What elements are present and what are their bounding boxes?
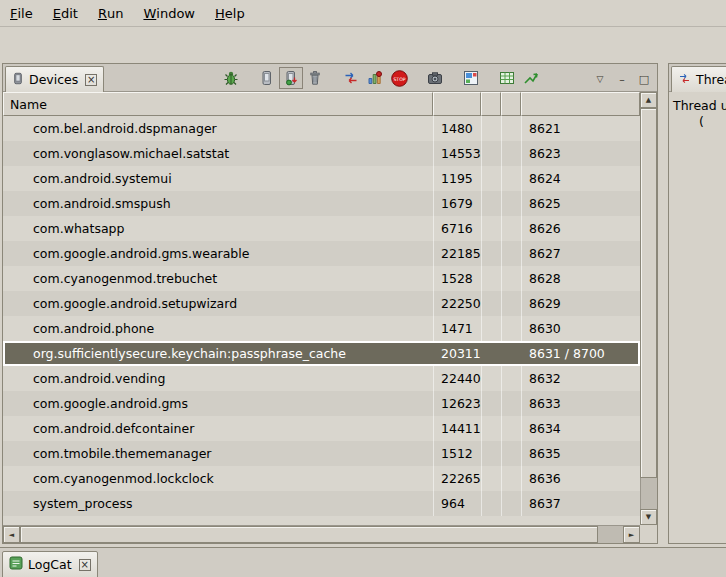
process-row[interactable]: com.android.smspush 1679 8625 [3,191,640,216]
spacer-cell [501,241,521,266]
spacer-cell [481,366,501,391]
tab-logcat-label: LogCat [28,557,72,572]
cause-gc-icon[interactable] [303,67,327,89]
process-row[interactable]: com.bel.android.dspmanager 1480 8621 [3,116,640,141]
process-name-cell: org.sufficientlysecure.keychain:passphra… [3,341,433,366]
spacer-cell [501,316,521,341]
vertical-scrollbar[interactable]: ▲ ▼ [640,92,657,525]
port-cell: 8627 [521,241,640,266]
close-icon[interactable]: × [85,74,97,86]
pid-cell: 1512 [433,441,481,466]
pid-cell: 1480 [433,116,481,141]
pid-cell: 1679 [433,191,481,216]
port-cell: 8623 [521,141,640,166]
process-table: Name com.bel.android.dspmanager 1480 [3,92,657,543]
port-cell: 8633 [521,391,640,416]
capture-systrace-icon[interactable] [495,67,519,89]
minimize-icon[interactable]: – [611,68,633,90]
port-cell: 8632 [521,366,640,391]
process-row[interactable]: org.sufficientlysecure.keychain:passphra… [3,341,640,366]
update-threads-icon[interactable] [339,67,363,89]
spacer-cell [501,466,521,491]
scroll-right-icon[interactable]: ► [623,526,640,543]
process-row[interactable]: com.cyanogenmod.trebuchet 1528 8628 [3,266,640,291]
process-row[interactable]: com.android.phone 1471 8630 [3,316,640,341]
horizontal-scrollbar-thumb[interactable] [20,526,598,543]
process-row[interactable]: com.android.vending 22440 8632 [3,366,640,391]
start-opengl-trace-icon[interactable] [519,67,543,89]
pid-cell: 20311 [433,341,481,366]
process-row[interactable]: com.whatsapp 6716 8626 [3,216,640,241]
dump-view-hierarchy-icon[interactable] [459,67,483,89]
horizontal-scrollbar[interactable]: ◄ ► [3,525,640,543]
process-row[interactable]: com.cyanogenmod.lockclock 22265 8636 [3,466,640,491]
column-header-port[interactable] [521,92,640,116]
dump-hprof-icon[interactable] [279,67,303,89]
start-method-profiling-icon[interactable] [363,67,387,89]
scroll-up-icon[interactable]: ▲ [640,92,657,108]
process-name-cell: com.android.vending [3,366,433,391]
process-row[interactable]: com.tmobile.thememanager 1512 8635 [3,441,640,466]
column-header-name[interactable]: Name [3,92,433,116]
pid-cell: 22440 [433,366,481,391]
menu-item[interactable]: Help [205,0,255,26]
spacer-cell [481,191,501,216]
debug-process-icon[interactable] [219,67,243,89]
spacer-cell [481,266,501,291]
maximize-icon[interactable]: □ [633,68,655,90]
tab-threads[interactable]: Threa [671,66,726,92]
process-name-cell: com.tmobile.thememanager [3,441,433,466]
column-header-spacer1[interactable] [481,92,501,116]
scroll-left-icon[interactable]: ◄ [3,526,20,543]
tab-devices-label: Devices [29,72,78,87]
pid-cell: 6716 [433,216,481,241]
menu-item-mnemonic: E [53,6,61,21]
port-cell: 8629 [521,291,640,316]
tab-threads-label: Threa [696,72,726,87]
process-row[interactable]: com.android.defcontainer 14411 8634 [3,416,640,441]
process-name-cell: com.cyanogenmod.trebuchet [3,266,433,291]
process-table-body: com.bel.android.dspmanager 1480 8621 com… [3,116,640,525]
process-row[interactable]: com.vonglasow.michael.satstat 14553 8623 [3,141,640,166]
view-menu-icon[interactable]: ▽ [589,68,611,90]
spacer-cell [501,441,521,466]
scroll-down-icon[interactable]: ▼ [640,509,657,525]
process-name-cell: com.vonglasow.michael.satstat [3,141,433,166]
tab-logcat[interactable]: LogCat × [2,551,98,577]
process-name-cell: com.android.systemui [3,166,433,191]
column-header-pid[interactable] [433,92,481,116]
menu-item-mnemonic: F [10,6,17,21]
port-cell: 8630 [521,316,640,341]
stop-process-icon[interactable]: STOP [387,67,411,89]
screen-capture-icon[interactable] [423,67,447,89]
pid-cell: 22265 [433,466,481,491]
menu-item[interactable]: Run [88,0,134,26]
port-cell: 8624 [521,166,640,191]
process-row[interactable]: com.google.android.gms 12623 8633 [3,391,640,416]
process-row[interactable]: com.google.android.setupwizard 22250 862… [3,291,640,316]
menu-item[interactable]: Window [133,0,205,26]
logcat-icon [9,556,23,573]
tab-devices[interactable]: Devices × [5,66,104,92]
spacer-cell [501,141,521,166]
process-row[interactable]: com.google.android.gms.wearable 22185 86… [3,241,640,266]
process-name-cell: com.android.defcontainer [3,416,433,441]
menu-item[interactable]: Edit [43,0,88,26]
process-name-cell: com.cyanogenmod.lockclock [3,466,433,491]
process-name-cell: com.android.phone [3,316,433,341]
close-icon[interactable]: × [79,559,91,571]
spacer-cell [481,316,501,341]
vertical-scrollbar-thumb[interactable] [640,108,657,478]
menu-item-mnemonic: R [98,6,107,21]
menu-item[interactable]: File [0,0,43,26]
column-header-spacer2[interactable] [501,92,521,116]
process-row[interactable]: system_process 964 8637 [3,491,640,516]
update-heap-icon[interactable] [255,67,279,89]
process-row[interactable]: com.android.systemui 1195 8624 [3,166,640,191]
spacer-cell [481,116,501,141]
port-cell: 8626 [521,216,640,241]
port-cell: 8631 / 8700 [521,341,640,366]
table-header-row: Name [3,92,640,116]
ddms-window: File Edit Run Window Help Devices × [0,0,726,577]
spacer-cell [481,241,501,266]
